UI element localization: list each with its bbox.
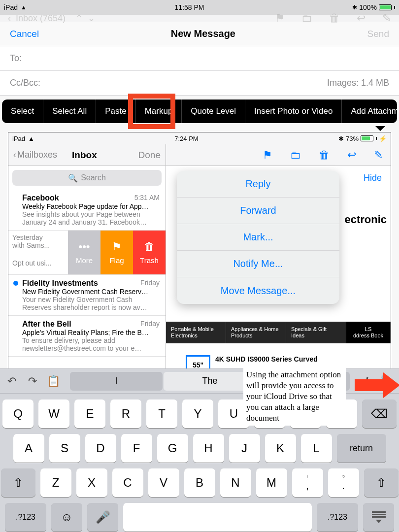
inner-device-label: iPad <box>12 135 25 142</box>
key-r[interactable]: R <box>110 399 141 428</box>
bg-category-strip: Portable & Mobile Electronics Appliances… <box>166 322 391 343</box>
flag-icon: ⚑ <box>275 12 285 25</box>
attachment-screenshot[interactable]: iPad ▲ 7:24 PM ✱ 73% ⚡ ‹Mailboxes Inbox … <box>8 132 391 377</box>
clipboard-icon[interactable]: 📋 <box>46 375 60 388</box>
prediction-1[interactable]: I <box>70 372 163 391</box>
strip-cat: Portable & Mobile Electronics <box>166 322 226 343</box>
status-time: 11:58 PM <box>175 3 204 11</box>
swipe-more-button[interactable]: ••• More <box>68 231 100 274</box>
key-comma[interactable]: !, <box>292 468 323 497</box>
key-shift-left[interactable]: ⇧ <box>1 468 35 497</box>
key-return[interactable]: return <box>337 434 386 463</box>
folder-icon[interactable]: 🗀 <box>290 149 301 162</box>
mail-time: Yesterday <box>12 233 65 241</box>
mail-preview: Opt out usi... <box>12 259 65 267</box>
to-field[interactable]: To: <box>0 46 399 71</box>
menu-add-attachment[interactable]: Add Attachment <box>342 100 399 123</box>
chevron-up-icon: ⌃ <box>75 13 83 24</box>
shift-icon: ⇧ <box>376 476 386 490</box>
key-space[interactable] <box>123 503 312 532</box>
key-a[interactable]: A <box>13 434 44 463</box>
action-notify[interactable]: Notify Me... <box>177 251 339 277</box>
key-q[interactable]: Q <box>2 399 33 428</box>
key-emoji[interactable]: ☺ <box>51 503 82 532</box>
chevron-left-icon: ‹ <box>8 13 11 24</box>
mail-preview: To ensure delivery, please add newslette… <box>22 336 160 352</box>
key-z[interactable]: Z <box>40 468 71 497</box>
mail-item[interactable]: Fidelity Investments Friday New Fidelity… <box>8 275 166 316</box>
key-y[interactable]: Y <box>182 399 213 428</box>
key-dictation[interactable]: 🎤 <box>87 503 118 532</box>
key-delete[interactable]: ⌫ <box>362 399 397 428</box>
ccbcc-label: Cc/Bcc: <box>10 78 40 88</box>
mailboxes-back-button[interactable]: ‹Mailboxes <box>13 150 57 160</box>
reply-icon[interactable]: ↩ <box>347 149 356 162</box>
compose-icon[interactable]: ✎ <box>374 149 383 162</box>
key-e[interactable]: E <box>74 399 105 428</box>
menu-select-all[interactable]: Select All <box>43 100 96 123</box>
trash-icon[interactable]: 🗑 <box>319 149 330 162</box>
key-v[interactable]: V <box>148 468 179 497</box>
menu-markup[interactable]: Markup <box>136 100 182 123</box>
cancel-button[interactable]: Cancel <box>10 29 39 39</box>
key-s[interactable]: S <box>49 434 80 463</box>
key-x[interactable]: X <box>76 468 107 497</box>
send-button[interactable]: Send <box>367 29 389 39</box>
images-size: Images: 1.4 MB <box>327 78 389 88</box>
mail-item[interactable]: Facebook 5:31 AM Weekly Facebook Page up… <box>8 190 166 231</box>
menu-select[interactable]: Select <box>2 100 43 123</box>
ccbcc-field[interactable]: Cc/Bcc: Images: 1.4 MB <box>0 71 399 96</box>
strip-cat: Specials & Gift Ideas <box>286 322 346 343</box>
action-reply[interactable]: Reply <box>177 171 339 198</box>
key-l[interactable]: L <box>301 434 332 463</box>
key-shift-right[interactable]: ⇧ <box>364 468 399 497</box>
unread-dot-icon <box>13 281 18 286</box>
key-b[interactable]: B <box>184 468 215 497</box>
battery-icon <box>379 4 392 10</box>
flag-icon[interactable]: ⚑ <box>263 149 272 162</box>
compose-header: Cancel New Message Send <box>0 22 399 46</box>
menu-quote-level[interactable]: Quote Level <box>182 100 245 123</box>
key-d[interactable]: D <box>85 434 116 463</box>
swipe-trash-button[interactable]: 🗑 Trash <box>133 231 166 274</box>
prediction-2[interactable]: The <box>164 372 256 391</box>
key-dismiss[interactable] <box>363 503 394 532</box>
key-m[interactable]: M <box>256 468 287 497</box>
swipe-flag-button[interactable]: ⚑ Flag <box>100 231 133 274</box>
action-mark[interactable]: Mark... <box>177 224 339 251</box>
search-input[interactable]: 🔍 Search <box>12 170 162 186</box>
redo-icon[interactable]: ↷ <box>26 375 39 388</box>
key-t[interactable]: T <box>146 399 177 428</box>
message-action-sheet: Reply Forward Mark... Notify Me... Move … <box>177 171 339 304</box>
key-w[interactable]: W <box>38 399 69 428</box>
inbox-title: Inbox <box>72 150 97 161</box>
inner-bluetooth-icon: ✱ <box>338 135 344 142</box>
dismiss-keyboard-icon <box>372 511 386 523</box>
key-j[interactable]: J <box>229 434 260 463</box>
key-c[interactable]: C <box>112 468 143 497</box>
undo-icon[interactable]: ↶ <box>5 375 19 388</box>
key-h[interactable]: H <box>193 434 224 463</box>
mail-item[interactable]: After the Bell Friday Apple's Virtual Re… <box>8 316 166 357</box>
hide-button[interactable]: Hide <box>364 173 382 183</box>
mail-preview: Your new Fidelity Government Cash Reserv… <box>22 296 160 311</box>
background-title: Inbox (7654) <box>16 13 66 24</box>
key-k[interactable]: K <box>265 434 296 463</box>
key-period[interactable]: ?. <box>328 468 359 497</box>
device-label: iPad <box>4 3 18 11</box>
inner-toolbar: ‹Mailboxes Inbox Done ⚑ 🗀 🗑 ↩ ✎ <box>8 144 391 166</box>
key-numbers-right[interactable]: .?123 <box>317 503 358 532</box>
key-g[interactable]: G <box>157 434 188 463</box>
strip-ls: LSddress Book <box>346 322 391 343</box>
key-numbers-left[interactable]: .?123 <box>5 503 46 532</box>
menu-insert-photo[interactable]: Insert Photo or Video <box>245 100 342 123</box>
done-button[interactable]: Done <box>138 150 161 161</box>
menu-paste[interactable]: Paste <box>96 100 135 123</box>
battery-pct: 100% <box>359 3 377 11</box>
key-f[interactable]: F <box>121 434 152 463</box>
mail-item-swiped[interactable]: Yesterday with Sams... Opt out usi... ••… <box>8 231 166 275</box>
key-n[interactable]: N <box>220 468 251 497</box>
action-forward[interactable]: Forward <box>177 198 339 224</box>
edit-menu: Select Select All Paste Markup Quote Lev… <box>2 100 397 123</box>
action-move[interactable]: Move Message... <box>177 277 339 304</box>
